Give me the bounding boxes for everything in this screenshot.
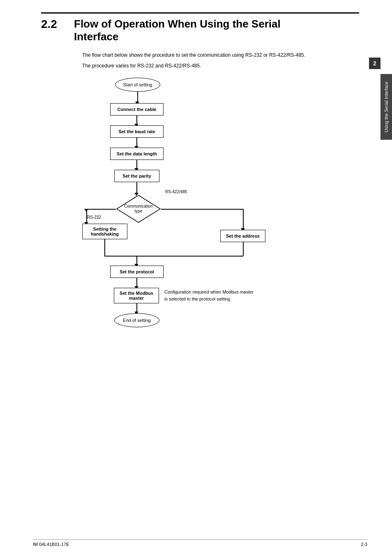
address-rect: Set the address <box>220 230 265 242</box>
comm-type-label: Communication type <box>124 204 152 213</box>
start-label: Start of setting <box>123 82 152 87</box>
modbus-note-1: Configuration required when Modbus maste… <box>164 289 254 294</box>
rs232-label: RS-232 <box>87 215 101 220</box>
body-text-2: The procedure varies for RS-232 and RS-4… <box>82 62 359 69</box>
protocol-label: Set the protocol <box>120 269 154 274</box>
sidebar-tab-label: Using the Serial Interface <box>384 81 389 132</box>
footer: IM 04L41B01-17E 2-3 <box>33 539 367 547</box>
section-header: 2.2 Flow of Operation When Using the Ser… <box>41 12 359 43</box>
flowchart: Start of setting Connect the cable Set t… <box>82 78 321 357</box>
footer-right: 2-3 <box>361 542 367 547</box>
rs422-label: RS-422/485 <box>165 190 187 194</box>
protocol-rect: Set the protocol <box>110 266 164 278</box>
modbus-note: Configuration required when Modbus maste… <box>164 289 254 302</box>
data-length-label: Set the data length <box>117 151 157 156</box>
sidebar-tab: Using the Serial Interface <box>380 74 392 140</box>
handshaking-rect: Setting thehandshaking <box>82 224 127 239</box>
data-length-rect: Set the data length <box>110 148 164 160</box>
modbus-note-2: is selected in the protocol setting. <box>164 296 231 301</box>
line-diamond-left <box>86 209 116 210</box>
parity-label: Set the parity <box>122 173 151 178</box>
modbus-rect: Set the Modbusmaster <box>114 288 159 303</box>
connect-cable-label: Connect the cable <box>118 107 157 112</box>
handshaking-label: Setting thehandshaking <box>91 227 119 236</box>
section-number-tab: 2 <box>369 58 380 69</box>
diamond-comm-type: Communication type <box>116 194 161 224</box>
end-oval: End of setting <box>114 313 159 327</box>
address-label: Set the address <box>226 234 260 238</box>
end-label: End of setting <box>123 318 150 323</box>
section-tab-number: 2 <box>373 60 376 67</box>
line-left-down <box>86 209 87 224</box>
line-right-down <box>243 209 244 230</box>
main-content: 2.2 Flow of Operation When Using the Ser… <box>33 0 367 365</box>
footer-left: IM 04L41B01-17E <box>33 542 69 547</box>
parity-rect: Set the parity <box>114 170 159 182</box>
line-diamond-right <box>161 209 243 210</box>
start-oval: Start of setting <box>115 78 160 92</box>
baud-rate-label: Set the baud rate <box>118 129 155 134</box>
line-address-down <box>243 242 244 256</box>
section-title: Flow of Operation When Using the SerialI… <box>74 18 281 43</box>
baud-rate-rect: Set the baud rate <box>110 125 164 138</box>
connect-cable-rect: Connect the cable <box>110 103 164 116</box>
modbus-label: Set the Modbusmaster <box>120 291 153 301</box>
body-text-1: The flow chart below shows the procedure… <box>82 51 359 59</box>
section-number: 2.2 <box>41 18 66 31</box>
line-merge <box>104 256 243 257</box>
line-handshake-down <box>104 239 105 256</box>
